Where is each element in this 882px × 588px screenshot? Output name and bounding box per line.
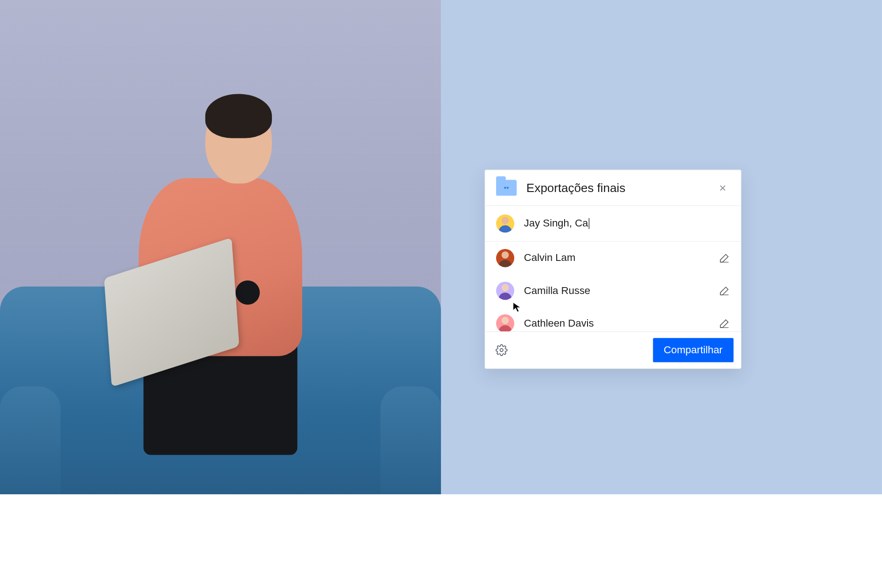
suggestion-item[interactable]: Calvin Lam	[485, 242, 741, 274]
dialog-title: Exportações finais	[526, 181, 706, 195]
gear-icon	[496, 344, 508, 356]
recipient-input-row[interactable]: Jay Singh, Ca	[485, 206, 741, 241]
recipient-input[interactable]: Jay Singh, Ca	[524, 217, 588, 229]
suggestion-item[interactable]: Camilla Russe	[485, 274, 741, 307]
suggestion-list: Calvin LamCamilla RusseCathleen Davis	[485, 242, 741, 331]
edit-permission-button[interactable]	[719, 285, 730, 296]
ui-mock-area: •• Exportações finais × Jay Singh, Ca Ca…	[441, 0, 882, 494]
suggestion-name: Calvin Lam	[524, 252, 709, 264]
suggestion-avatar	[496, 314, 514, 331]
hero-photo	[0, 0, 441, 494]
pencil-icon	[719, 318, 730, 329]
edit-permission-button[interactable]	[719, 253, 730, 264]
share-button[interactable]: Compartilhar	[653, 338, 734, 362]
pencil-icon	[719, 253, 730, 264]
shared-folder-icon: ••	[496, 180, 517, 196]
svg-point-0	[500, 349, 503, 352]
pencil-icon	[719, 285, 730, 296]
close-icon: ×	[719, 182, 726, 194]
close-button[interactable]: ×	[715, 181, 730, 195]
recipient-avatar	[496, 215, 514, 233]
settings-button[interactable]	[492, 341, 511, 359]
suggestion-name: Camilla Russe	[524, 285, 709, 297]
suggestion-avatar	[496, 249, 514, 267]
text-caret	[588, 218, 589, 229]
suggestion-item[interactable]: Cathleen Davis	[485, 307, 741, 332]
share-dialog: •• Exportações finais × Jay Singh, Ca Ca…	[485, 170, 741, 369]
person-illustration	[93, 59, 349, 455]
suggestion-avatar	[496, 282, 514, 300]
edit-permission-button[interactable]	[719, 318, 730, 329]
suggestion-name: Cathleen Davis	[524, 317, 709, 329]
